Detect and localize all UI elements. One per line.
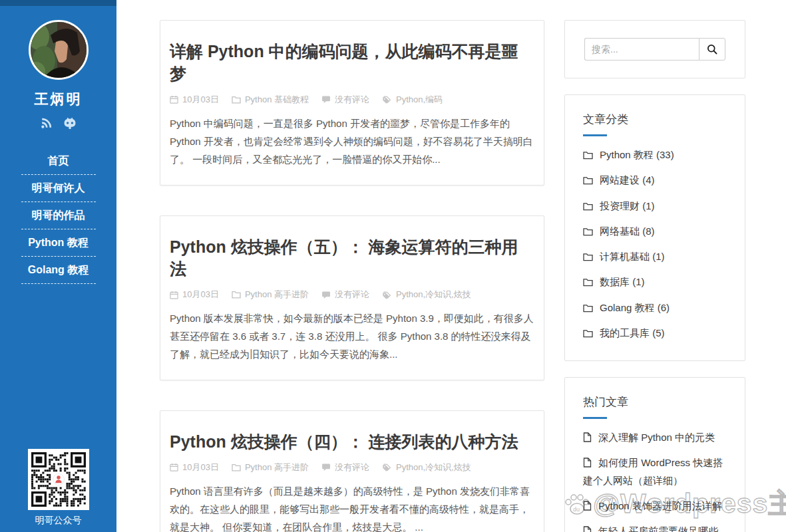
post-tags[interactable]: Python,编码 [382,94,443,106]
qr-code [28,449,89,510]
category-link[interactable]: 数据库 (1) [583,276,645,287]
avatar-photo [31,22,87,78]
post-excerpt: Python 版本发展非常快，如今最新的版本已经是 Pyhton 3.9，即便如… [170,309,534,363]
search-icon [706,43,718,55]
search-widget [564,20,745,78]
search-input[interactable] [584,38,699,61]
post-meta: 10月03日 Python 基础教程 没有评论 Python,编码 [170,94,534,106]
category-link[interactable]: Golang 教程 (6) [583,302,670,313]
qr-block: 明哥公众号 [0,449,116,527]
folder-icon [583,304,593,313]
file-icon [583,432,592,442]
folder-icon [583,176,593,185]
post-comments[interactable]: 没有评论 [321,289,369,301]
list-item: 网络基础 (8) [583,219,727,244]
folder-icon [583,227,593,236]
widget-title-underline [583,134,607,136]
nav-separator [21,283,96,284]
search-button[interactable] [699,38,725,61]
post-excerpt: Python 中编码问题，一直是很多 Python 开发者的噩梦，尽管你是工作多… [170,114,534,168]
post-tags[interactable]: Python,冷知识,炫技 [382,289,471,301]
popular-list: 深入理解 Python 中的元类 如何使用 WordPress 快速搭建个人网站… [583,425,727,532]
folder-icon [583,253,593,261]
nav-item-golang[interactable]: Golang 教程 [0,257,116,283]
nav-item-works[interactable]: 明哥的作品 [0,202,116,229]
post-excerpt: Python 语言里有许多（而且是越来越多）的高级特性，是 Python 发烧友… [170,482,534,532]
profile-sidebar: 王炳明 首页 明哥何许人 明哥的作品 Python 教程 Golang 教程 [0,0,116,532]
category-link[interactable]: 投资理财 (1) [583,200,655,211]
popular-link[interactable]: 深入理解 Python 中的元类 [583,432,715,443]
popular-link[interactable]: Python 装饰器进阶用法详解 [583,500,722,511]
avatar [29,20,89,80]
file-icon [583,501,592,511]
categories-widget: 文章分类 Python 教程 (33) 网站建设 (4) 投资理财 (1) 网络… [564,94,745,361]
post-card: Python 炫技操作（五）： 海象运算符的三种用法 10月03日 Python… [160,215,544,381]
file-icon [583,526,592,532]
list-item: 网站建设 (4) [583,168,727,193]
sidebar-nav: 首页 明哥何许人 明哥的作品 Python 教程 Golang 教程 [0,148,116,284]
widget-title: 文章分类 [583,112,727,127]
list-item: Python 装饰器进阶用法详解 [583,493,727,519]
folder-icon [583,151,593,160]
post-tags[interactable]: Python,冷知识,炫技 [382,462,471,473]
list-item: 深入理解 Python 中的元类 [583,425,727,450]
qr-label: 明哥公众号 [0,515,116,527]
post-meta: 10月03日 Python 高手进阶 没有评论 Python,冷知识,炫技 [170,289,534,301]
category-link[interactable]: 我的工具库 (5) [583,327,665,338]
github-icon[interactable] [63,117,77,130]
post-date: 10月03日 [170,462,219,473]
post-category[interactable]: Python 高手进阶 [232,462,309,473]
nav-item-about[interactable]: 明哥何许人 [0,175,116,201]
post-title[interactable]: Python 炫技操作（五）： 海象运算符的三种用法 [170,236,534,281]
post-meta: 10月03日 Python 高手进阶 没有评论 Python,冷知识,炫技 [170,462,534,473]
post-title[interactable]: Python 炫技操作（四）： 连接列表的八种方法 [170,431,534,454]
post-card: 详解 Python 中的编码问题，从此编码不再是噩梦 10月03日 Python… [160,20,544,186]
profile-name: 王炳明 [0,90,116,108]
list-item: Golang 教程 (6) [583,295,727,321]
post-list: 详解 Python 中的编码问题，从此编码不再是噩梦 10月03日 Python… [160,20,544,532]
post-title[interactable]: 详解 Python 中的编码问题，从此编码不再是噩梦 [170,41,534,86]
social-links [0,117,116,130]
category-link[interactable]: 网站建设 (4) [583,174,655,186]
nav-item-home[interactable]: 首页 [0,148,116,174]
category-list: Python 教程 (33) 网站建设 (4) 投资理财 (1) 网络基础 (8… [583,142,727,346]
list-item: 投资理财 (1) [583,194,727,219]
list-item: 数据库 (1) [583,269,727,295]
category-link[interactable]: 计算机基础 (1) [583,251,665,262]
folder-icon [583,329,593,338]
post-comments[interactable]: 没有评论 [321,462,369,473]
list-item: Python 教程 (33) [583,142,727,168]
right-sidebar: 文章分类 Python 教程 (33) 网站建设 (4) 投资理财 (1) 网络… [564,20,745,532]
folder-icon [583,202,593,211]
rss-icon[interactable] [40,117,53,130]
widget-title: 热门文章 [583,394,727,410]
category-link[interactable]: 网络基础 (8) [583,225,655,237]
post-card: Python 炫技操作（四）： 连接列表的八种方法 10月03日 Python … [160,410,544,532]
nav-item-python[interactable]: Python 教程 [0,229,116,256]
popular-link[interactable]: 年轻人买房前需要做足哪些功课？（持续更新） [583,525,718,532]
post-date: 10月03日 [170,289,219,301]
widget-title-underline [583,417,607,419]
popular-widget: 热门文章 深入理解 Python 中的元类 如何使用 WordPress 快速搭… [564,377,745,532]
post-date: 10月03日 [170,94,219,106]
list-item: 我的工具库 (5) [583,321,727,346]
post-category[interactable]: Python 基础教程 [232,94,309,106]
list-item: 如何使用 WordPress 快速搭建个人网站（超详细） [583,450,727,493]
sidebar-top-strip [0,0,116,6]
folder-icon [583,278,593,287]
category-link[interactable]: Python 教程 (33) [583,149,674,160]
popular-link[interactable]: 如何使用 WordPress 快速搭建个人网站（超详细） [583,457,723,485]
post-comments[interactable]: 没有评论 [321,94,369,106]
list-item: 年轻人买房前需要做足哪些功课？（持续更新） [583,519,727,532]
list-item: 计算机基础 (1) [583,244,727,269]
file-icon [583,458,592,467]
post-category[interactable]: Python 高手进阶 [232,289,309,301]
